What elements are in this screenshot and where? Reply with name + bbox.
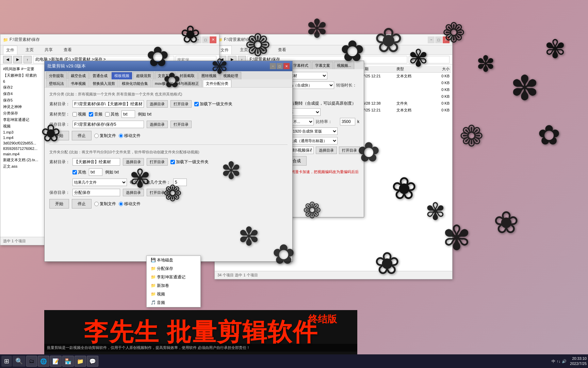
- type-txt-input[interactable]: [121, 110, 135, 118]
- source2-open-btn[interactable]: 打开目录: [147, 158, 168, 166]
- save2-select-btn[interactable]: 选择目录: [123, 189, 144, 196]
- sub-tab-module[interactable]: 模块化功能合集: [119, 80, 151, 87]
- save-open-btn[interactable]: 打开目录: [170, 121, 192, 128]
- forward-btn-front[interactable]: ▶: [13, 56, 22, 63]
- tab-cover-capture[interactable]: 封面截取: [177, 72, 198, 79]
- sub-folder2-checkbox[interactable]: [170, 160, 175, 164]
- ribbon-tab-file-front[interactable]: 文件: [3, 46, 17, 55]
- type2-txt-input[interactable]: [89, 168, 102, 176]
- taskbar-app-mail[interactable]: 📝: [50, 356, 62, 367]
- context-item-video[interactable]: 📁 视频: [147, 290, 200, 298]
- source-path-input[interactable]: [72, 100, 144, 108]
- ribbon-tab-file-back[interactable]: 文件: [217, 46, 232, 55]
- context-item-new-vol[interactable]: 📁 新加卷: [147, 281, 200, 290]
- context-item-distribute[interactable]: 📁 分配保存: [147, 264, 200, 273]
- close-btn-front[interactable]: ✕: [210, 36, 216, 43]
- sub-tab-replace-mix[interactable]: 替换插入混剪: [89, 80, 118, 87]
- ribbon-tab-home-back[interactable]: 主页: [237, 46, 251, 54]
- context-item-audio[interactable]: 🎵 音频: [147, 298, 200, 307]
- move-radio-1[interactable]: [119, 134, 123, 138]
- files-count-input[interactable]: [173, 179, 187, 186]
- context-item-li[interactable]: 📁 李彩坤富通通记: [147, 273, 200, 281]
- dialog-min-btn[interactable]: －: [270, 63, 276, 69]
- back-btn-front[interactable]: ◀: [3, 56, 12, 63]
- start-btn-2[interactable]: 开始: [49, 199, 69, 209]
- copy-radio-label-2[interactable]: 复制文件: [94, 201, 116, 207]
- save2-open-btn[interactable]: 打开目录: [147, 189, 168, 196]
- start-button[interactable]: ⊞: [1, 356, 12, 367]
- save2-path-input[interactable]: [72, 189, 120, 196]
- ribbon-tab-home-front[interactable]: 主页: [23, 46, 36, 54]
- type2-other-label[interactable]: 其他: [72, 169, 86, 175]
- maximize-btn-front[interactable]: □: [202, 36, 209, 43]
- tray-network-icon[interactable]: ↑↓: [557, 359, 560, 363]
- rp-save-dir-select-btn[interactable]: 选择目录: [316, 147, 337, 154]
- taskbar-app-store[interactable]: 🏪: [62, 356, 74, 367]
- sub-tab-booklist[interactable]: 书单视频: [68, 80, 89, 87]
- move-radio-label-2[interactable]: 移动文件: [119, 201, 141, 207]
- rp-save-dir-open-btn[interactable]: 打开目录: [339, 147, 360, 154]
- start-btn-1[interactable]: 开始: [49, 131, 69, 140]
- save-select-btn[interactable]: 选择目录: [147, 121, 168, 128]
- stop-btn-1[interactable]: 停止: [72, 131, 92, 140]
- ribbon-tab-view-front[interactable]: 查看: [61, 46, 75, 54]
- sub-folder-check-label[interactable]: 加载下一级文件夹: [194, 101, 232, 107]
- rp-tab-subtitle-style[interactable]: 字幕样式: [290, 62, 311, 69]
- context-item-local-disk[interactable]: 💾 本地磁盘: [147, 256, 200, 264]
- taskbar-app-wechat[interactable]: 💬: [87, 356, 98, 367]
- ribbon-tab-view-back[interactable]: 查看: [275, 46, 289, 54]
- maximize-btn-back[interactable]: □: [435, 36, 442, 43]
- up-btn-front[interactable]: ↑: [23, 56, 32, 63]
- sub-tab-file-distribute[interactable]: 文件分配分类: [203, 80, 231, 87]
- tray-volume-icon[interactable]: 🔊: [562, 359, 567, 364]
- ribbon-tab-share-front[interactable]: 共享: [42, 46, 55, 54]
- close-btn-back[interactable]: ✕: [443, 36, 450, 43]
- copy-radio-2[interactable]: [94, 202, 99, 206]
- tab-img-to-video[interactable]: 图转视频: [198, 72, 219, 79]
- tab-template-video[interactable]: 模板视频: [111, 72, 132, 79]
- sub-folder2-check-label[interactable]: 加载下一级文件夹: [170, 159, 209, 165]
- dialog-close-btn[interactable]: ✕: [283, 63, 290, 69]
- source-open-btn[interactable]: 打开目录: [170, 100, 192, 108]
- search-button[interactable]: 🔍: [13, 356, 26, 367]
- tab-normal-compose[interactable]: 普通合成: [89, 72, 111, 79]
- taskbar-app-browser[interactable]: 🌐: [38, 356, 49, 367]
- sub-tab-mov-convert[interactable]: mov极速转mp4与画面校正: [152, 80, 202, 87]
- tab-text-audio[interactable]: 文音互转: [155, 72, 176, 79]
- dialog-max-btn[interactable]: □: [277, 63, 283, 69]
- rp-tab-subtitle-text[interactable]: 字幕文案: [312, 62, 333, 69]
- minimize-btn-back[interactable]: －: [428, 36, 435, 43]
- search-input-back[interactable]: [409, 56, 450, 63]
- type-audio-label[interactable]: 音频: [89, 111, 102, 117]
- taskbar-app-explorer[interactable]: 🗂: [26, 356, 37, 367]
- source2-select-btn[interactable]: 选择目录: [123, 158, 144, 166]
- rp-bitrate-input[interactable]: [340, 118, 355, 125]
- sub-folder-checkbox[interactable]: [194, 102, 199, 106]
- stop-btn-2[interactable]: 停止: [72, 199, 92, 209]
- type-video-label[interactable]: 视频: [72, 111, 86, 117]
- source-select-btn[interactable]: 选择目录: [147, 100, 168, 108]
- tab-split-extract[interactable]: 分割提取: [46, 72, 67, 79]
- tab-super-mix[interactable]: 超级混剪: [133, 72, 154, 79]
- minimize-btn-front[interactable]: －: [195, 36, 201, 43]
- save-path-input[interactable]: [72, 121, 144, 128]
- move-radio-2[interactable]: [119, 202, 123, 206]
- tray-lang-icon[interactable]: 中: [552, 359, 555, 364]
- type-other-label[interactable]: 其他: [105, 111, 119, 117]
- rp-tab-video-freq[interactable]: 视频频...: [334, 62, 354, 69]
- tab-video-process[interactable]: 视频处理: [220, 72, 241, 79]
- ribbon-tab-share-back[interactable]: 共享: [256, 46, 270, 54]
- tab-crop-compose[interactable]: 裁空合成: [68, 72, 89, 79]
- sub-tab-wallpaper[interactable]: 壁纸玩法: [46, 80, 67, 87]
- taskbar-app-files[interactable]: 📁: [75, 356, 86, 367]
- type-other-checkbox[interactable]: [105, 112, 110, 117]
- type2-other-checkbox[interactable]: [72, 170, 77, 174]
- type-audio-checkbox[interactable]: [89, 112, 93, 117]
- source2-path-input[interactable]: [72, 158, 120, 166]
- copy-radio-label-1[interactable]: 复制文件: [94, 133, 116, 139]
- taskbar-clock[interactable]: 20:33:10 2022/7/25: [570, 356, 587, 367]
- type-video-checkbox[interactable]: [72, 112, 77, 117]
- distribute-select[interactable]: 结果几个文件: [72, 179, 127, 186]
- copy-radio-1[interactable]: [94, 134, 99, 138]
- move-radio-label-1[interactable]: 移动文件: [119, 133, 141, 139]
